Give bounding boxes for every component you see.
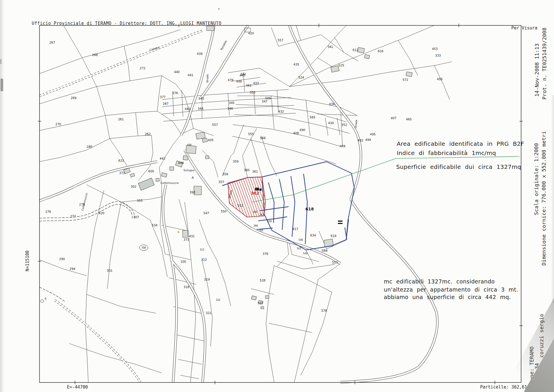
- parcel-label: 527: [258, 301, 263, 305]
- parcel-label: 318: [184, 285, 189, 289]
- parcel-label: 430: [328, 121, 334, 125]
- parcel-label-362: 362: [251, 191, 259, 195]
- parcel-label: 465: [406, 117, 412, 121]
- cadastral-map: 6 26726827226927028026126228744344044143…: [0, 0, 554, 392]
- parcel-label: 443: [185, 107, 190, 111]
- map-frame: [38, 24, 523, 384]
- parcel-label: 525: [338, 64, 344, 67]
- annotation-mc-edificabili: mc edificabili 1327mc. considerando: [384, 278, 495, 285]
- parcel-label: 376: [172, 91, 178, 95]
- parcel-label: 364: [253, 211, 257, 213]
- annotation-indice: Indice di fabbricabilità 1mc/mq: [397, 150, 496, 156]
- parcel-label: 287: [163, 102, 169, 105]
- parcel-label: 268: [92, 53, 98, 57]
- annotation-area-edificabile: Area edificabile identificata in PRG B2F: [397, 140, 524, 147]
- parcel-label: 367: [259, 214, 264, 216]
- parcel-label: 551: [237, 204, 243, 207]
- parcel-label: 420: [248, 31, 254, 35]
- parcel-label: 377: [160, 95, 166, 99]
- parcel-label: 357: [218, 180, 224, 184]
- scan-artifact: [218, 8, 220, 10]
- parcel-label: 405: [208, 138, 214, 142]
- parcel-label: 620: [99, 211, 104, 215]
- annotation-altezza: un'altezza per appartamento di circa 3 m…: [384, 286, 518, 293]
- parcel-label: 492: [358, 139, 363, 142]
- parcel-label-618: 618: [305, 207, 314, 211]
- scan-artifact: [1, 79, 3, 91]
- parcel-label: 490: [300, 128, 305, 132]
- parcel-label: 360: [244, 168, 250, 172]
- parcel-label: 433: [253, 81, 259, 85]
- parcel-label: 600: [148, 169, 154, 173]
- parcel-label: 461: [246, 84, 252, 87]
- parcel-label: 439: [197, 52, 203, 55]
- place-label: Colleminuccio: [81, 193, 88, 211]
- parcel-label: 555: [248, 132, 254, 136]
- parcel-label: 524: [298, 76, 304, 79]
- parcel-label: 307: [133, 215, 139, 219]
- parcel-label: 432: [278, 110, 284, 113]
- scan-artifact: [0, 59, 2, 64]
- parcel-label: 528: [260, 279, 265, 282]
- parcel-label: 322: [216, 299, 220, 301]
- place-label: Colleminuccio: [161, 182, 179, 184]
- building-footprints: [123, 26, 412, 309]
- parcel-label: 262: [145, 132, 151, 136]
- parcel-label: 294: [70, 267, 75, 270]
- parcel-label: 270: [55, 122, 61, 126]
- map-markers: [41, 231, 179, 303]
- parcel-label: 441: [188, 73, 193, 77]
- parcel-label: 619: [331, 234, 336, 238]
- parcel-label: 308: [141, 247, 146, 249]
- parcel-label: 440: [174, 70, 180, 74]
- parcel-label: 358: [222, 172, 228, 176]
- parcel-label: 361: [252, 170, 258, 173]
- parcel-label: 373: [184, 238, 189, 241]
- parcel-label: 566: [260, 136, 266, 140]
- parcel-label: 548: [298, 239, 303, 241]
- parcel-label: 568: [322, 249, 327, 252]
- solid-structures: [255, 188, 342, 224]
- parcel-label: 341: [327, 45, 333, 48]
- parcel-label: 543: [297, 247, 301, 250]
- annotation-superficie: Superficie edificabile dui circa 1327mq: [396, 163, 521, 170]
- parcel-label: 302: [131, 185, 136, 188]
- parcel-label: 557: [212, 123, 218, 126]
- parcel-label: 442: [160, 157, 165, 160]
- parcel-label: 612: [353, 48, 358, 52]
- parcel-label: 366: [253, 225, 258, 227]
- scan-edge-shading: [0, 0, 4, 392]
- road-label: Rotabile: [220, 40, 227, 51]
- protocol-datetime: 14-Nov-2008 11:13: [534, 44, 540, 97]
- parcel-label: 376: [263, 252, 268, 255]
- document-header: Ufficio Provinciale di TERAMO - Direttor…: [32, 21, 222, 26]
- parcel-label: 634: [310, 234, 316, 237]
- parcel-label: 347: [262, 100, 267, 103]
- scanned-cadastral-document: 6 26726827226927028026126228744344044143…: [0, 0, 554, 392]
- protocol-number: Prot. n. TE0251439/2008: [541, 28, 547, 100]
- frame-dimension-note: Dimensione cornice: 776.000 x 552.000 me…: [541, 131, 547, 266]
- parcel-label: 276: [45, 210, 51, 213]
- scan-edge-shading: [551, 95, 554, 303]
- road-label: Strada: [206, 74, 209, 83]
- parcel-label: 494: [365, 138, 371, 141]
- parcel-label: 365: [259, 229, 263, 232]
- parcel-label: 444: [178, 161, 184, 165]
- parcel-label: 553: [332, 261, 338, 264]
- parcel-label: 303: [137, 199, 143, 202]
- parcel-label: 408: [293, 131, 299, 135]
- parcel-label: 616: [378, 49, 383, 53]
- parcel-label: 353: [250, 91, 255, 94]
- parcel-label: 559: [267, 220, 272, 223]
- parcel-label: 319: [204, 278, 210, 281]
- parcel-label: 495: [370, 132, 376, 136]
- parcel-label: 301: [107, 269, 113, 272]
- parcel-label: 280: [87, 145, 92, 148]
- parcel-label: 269: [71, 96, 76, 100]
- parcel-label: 345: [229, 101, 235, 104]
- parcel-label: 547: [203, 211, 209, 215]
- parcel-label: 455: [437, 77, 443, 81]
- per-visura-label: Per Visura: [511, 25, 537, 31]
- marker-6-label: 6: [45, 297, 46, 300]
- parcel-label: 344: [198, 107, 203, 110]
